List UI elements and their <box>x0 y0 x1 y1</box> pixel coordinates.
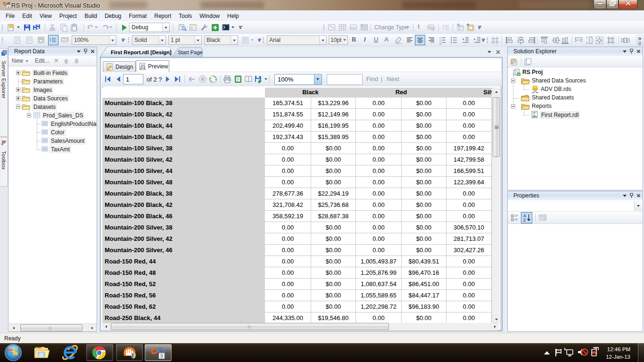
svg-text:3: 3 <box>439 42 441 45</box>
svg-text:Z: Z <box>523 218 526 222</box>
svg-text:SQL: SQL <box>350 26 356 29</box>
svg-text:9: 9 <box>7 5 9 9</box>
svg-text:SQL: SQL <box>428 26 433 29</box>
svg-text:Start Page: Start Page <box>178 49 203 55</box>
svg-text:9: 9 <box>160 353 163 359</box>
svg-text:First Report.rdl [Design]: First Report.rdl [Design] <box>111 49 172 55</box>
